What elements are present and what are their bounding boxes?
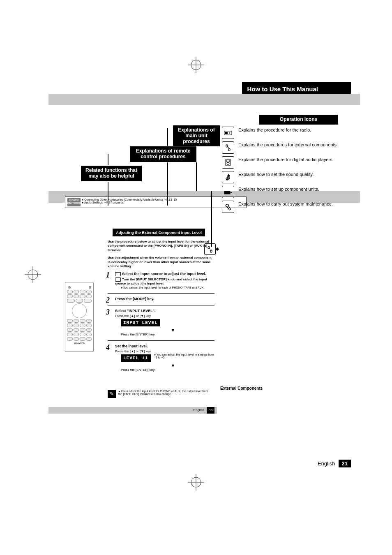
procedure-title: Adjusting the External Component Input L… <box>113 229 205 236</box>
related-info-box: Related information Connecting Other Acc… <box>65 197 247 208</box>
op-text: Explains how to set up component units. <box>238 186 319 192</box>
procedure-intro: Use the procedure below to adjust the in… <box>108 240 214 252</box>
op-row-digital: Explains the procedure for digital audio… <box>222 156 360 169</box>
svg-rect-13 <box>226 160 230 162</box>
op-text: Explains the procedures for external com… <box>238 141 338 148</box>
step-note: You can set the input level for each of … <box>121 286 214 289</box>
procedure-block: Adjusting the External Component Input L… <box>108 229 214 376</box>
connector-line <box>211 191 212 247</box>
lcd-display: LEVEL +1 <box>121 354 151 362</box>
label-main-unit: Explanations of main unit procedures <box>173 125 220 147</box>
op-text: Explains how to set the sound quality. <box>238 171 314 178</box>
lcd-display: INPUT LEVEL <box>121 319 160 326</box>
footnote-text: If you adjust the input level for PHONO … <box>118 390 212 398</box>
pointer-diamond-icon <box>216 247 219 251</box>
external-components-heading: External Components <box>220 386 263 391</box>
related-info-item: Audio Settings →P.37 onwards <box>82 201 244 204</box>
press-enter: Press the [ENTER] key. <box>121 368 214 372</box>
step-note: You can adjust the input level in a rang… <box>154 353 214 359</box>
crop-mark-left-icon <box>25 266 41 284</box>
operation-icons-list: Explains the procedure for the radio. Ex… <box>222 127 360 215</box>
op-text: Explains how to carry out system mainten… <box>238 201 333 207</box>
down-arrow-icon: ▼ <box>131 328 214 333</box>
page-footer: English21 <box>318 460 351 467</box>
related-info-item: Connecting Other Accessories (Commercial… <box>82 198 244 201</box>
sound-quality-icon <box>222 171 234 183</box>
page-number: 21 <box>339 460 351 467</box>
footnote-box: ✎ If you adjust the input level for PHON… <box>108 390 212 398</box>
svg-point-15 <box>226 178 228 180</box>
svg-rect-10 <box>225 132 228 134</box>
component-setup-icon <box>222 186 234 198</box>
connector-line <box>167 128 168 206</box>
label-related: Related functions that may also be helpf… <box>81 165 142 182</box>
subpage-footer: English 33 <box>48 407 217 414</box>
step-4: 4 Set the input level. Press the [▲] or … <box>108 344 214 372</box>
op-row-external: Explains the procedures for external com… <box>222 141 360 154</box>
svg-point-11 <box>229 132 230 133</box>
maintenance-icon <box>222 201 234 213</box>
label-operation-icons: Operation icons <box>258 114 339 125</box>
step-number-icon: 1 <box>106 271 110 280</box>
step-2: 2 Press the [MODE] key. <box>108 297 214 301</box>
receiver-icon <box>115 272 121 276</box>
label-remote: Explanations of remote control procedure… <box>129 146 197 162</box>
receiver-icon <box>115 278 121 282</box>
op-row-maintenance: Explains how to carry out system mainten… <box>222 201 360 213</box>
related-info-tab: Related information <box>67 198 81 206</box>
op-row-sound: Explains how to set the sound quality. <box>222 171 360 183</box>
svg-point-14 <box>227 162 229 165</box>
step-number-icon: 3 <box>106 308 110 317</box>
page-language: English <box>318 460 335 467</box>
remote-control-image: KENWOOD <box>65 282 94 352</box>
down-arrow-icon: ▼ <box>131 363 214 368</box>
svg-point-17 <box>227 205 228 206</box>
procedure-intro: Use this adjustment when the volume from… <box>108 256 214 268</box>
digital-player-icon <box>222 156 234 169</box>
op-row-radio: Explains the procedure for the radio. <box>222 127 360 139</box>
note-icon: ✎ <box>108 390 116 398</box>
crop-mark-top-icon <box>188 57 204 74</box>
op-text: Explains the procedure for digital audio… <box>238 156 334 163</box>
top-gray-strip <box>48 94 360 105</box>
op-row-setup: Explains how to set up component units. <box>222 186 360 198</box>
step-1: 1 Select the input source to adjust the … <box>108 272 214 289</box>
svg-rect-16 <box>224 191 230 194</box>
external-components-icon <box>222 141 234 154</box>
op-text: Explains the procedure for the radio. <box>238 127 311 133</box>
press-enter: Press the [ENTER] key. <box>121 333 214 336</box>
radio-icon <box>222 127 234 139</box>
step-number-icon: 4 <box>106 343 110 352</box>
step-number-icon: 2 <box>106 296 110 305</box>
step-3: 3 Select "INPUT LEVEL". Press the [▲] or… <box>108 309 214 336</box>
crop-mark-bottom-icon <box>188 474 204 491</box>
